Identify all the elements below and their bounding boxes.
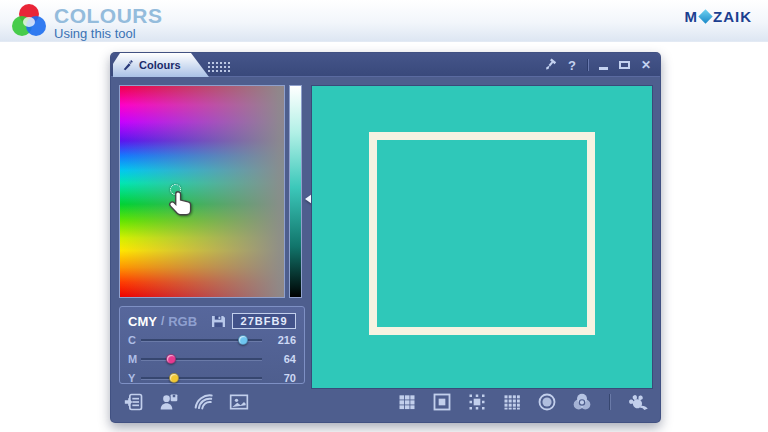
page-header: COLOURS Using this tool M ZAIK: [0, 0, 768, 42]
dotted-frame-icon[interactable]: [466, 391, 488, 413]
color-values-panel: CMY / RGB 27BFB9 C 216 M: [119, 306, 305, 384]
dense-grid-icon[interactable]: [501, 391, 523, 413]
drawn-rectangle[interactable]: [369, 132, 595, 335]
save-color-icon[interactable]: [211, 315, 226, 328]
brand-text-prefix: M: [685, 8, 699, 25]
magenta-slider[interactable]: [141, 354, 262, 363]
wand-icon: [122, 59, 134, 71]
magenta-slider-row: M 64: [128, 349, 296, 368]
yellow-slider-thumb[interactable]: [169, 373, 179, 383]
toolbar-separator: [609, 394, 610, 410]
splat-hand-icon[interactable]: [626, 391, 648, 413]
frame-icon[interactable]: [431, 391, 453, 413]
magenta-slider-thumb[interactable]: [166, 354, 176, 364]
yellow-slider-row: Y 70: [128, 368, 296, 387]
grid-icon[interactable]: [396, 391, 418, 413]
color-gradient-field[interactable]: [119, 85, 285, 298]
hand-cursor-icon: [167, 190, 197, 222]
hex-value-box[interactable]: 27BFB9: [232, 313, 296, 329]
mode-cmy[interactable]: CMY: [128, 314, 157, 329]
save-user-icon[interactable]: [158, 391, 180, 413]
pin-icon[interactable]: [543, 58, 557, 72]
yellow-slider[interactable]: [141, 373, 262, 382]
page-subtitle: Using this tool: [54, 26, 163, 41]
cyan-slider-row: C 216: [128, 330, 296, 349]
bottom-toolbar: [111, 386, 660, 418]
image-icon[interactable]: [228, 391, 250, 413]
magenta-slider-label: M: [128, 353, 141, 365]
mozaik-logo: M ZAIK: [685, 8, 753, 25]
titlebar-separator: [587, 59, 588, 71]
value-slider[interactable]: [289, 85, 302, 298]
close-button[interactable]: ✕: [641, 58, 651, 72]
magenta-value: 64: [270, 353, 296, 365]
mode-rgb[interactable]: RGB: [168, 314, 197, 329]
paint-canvas[interactable]: [311, 85, 653, 389]
tab-colours[interactable]: Colours: [113, 53, 209, 77]
colours-tool-window: Colours ? ✕: [110, 52, 661, 423]
tab-drag-handle[interactable]: [207, 61, 231, 72]
cyan-slider[interactable]: [141, 335, 262, 344]
cyan-slider-label: C: [128, 334, 141, 346]
color-circles-icon[interactable]: [571, 391, 593, 413]
maximize-button[interactable]: [619, 61, 630, 69]
brand-diamond-icon: [698, 9, 712, 23]
circle-icon[interactable]: [536, 391, 558, 413]
brand-text-suffix: ZAIK: [713, 8, 752, 25]
minimize-button[interactable]: [599, 67, 608, 70]
help-button[interactable]: ?: [568, 58, 576, 73]
hex-value: 27BFB9: [241, 315, 288, 327]
rgb-circles-logo: [10, 3, 48, 39]
cyan-slider-thumb[interactable]: [238, 335, 248, 345]
mode-separator: /: [161, 314, 164, 328]
cyan-value: 216: [270, 334, 296, 346]
exercise-icon[interactable]: [123, 391, 145, 413]
titlebar[interactable]: Colours ? ✕: [111, 53, 660, 77]
page-title: COLOURS: [54, 4, 163, 28]
waves-icon[interactable]: [193, 391, 215, 413]
yellow-slider-label: Y: [128, 372, 141, 384]
yellow-value: 70: [270, 372, 296, 384]
tab-label: Colours: [139, 59, 181, 71]
screen: COLOURS Using this tool M ZAIK Colours: [0, 0, 768, 432]
